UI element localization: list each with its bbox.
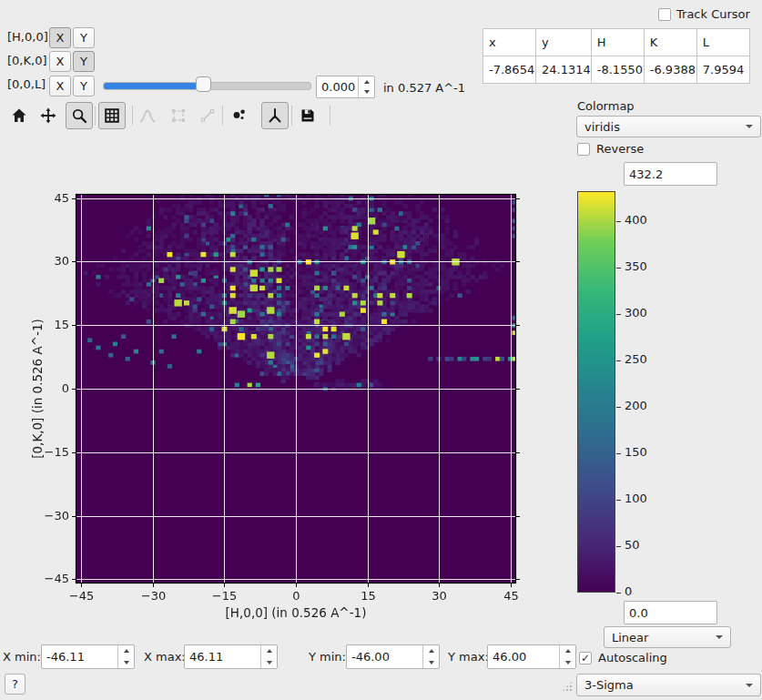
colormap-min-value: 0.0: [629, 606, 648, 620]
sigma-mode-selected: 3-Sigma: [584, 678, 634, 692]
00l-y-button[interactable]: Y: [73, 76, 95, 96]
toolbar-separator: [291, 106, 292, 126]
crystal-axes-button[interactable]: [261, 102, 289, 129]
reverse-label: Reverse: [596, 142, 644, 156]
l-value-steppers[interactable]: [358, 76, 374, 97]
cursor-k-value: -6.9388: [644, 56, 696, 84]
col-header-h: H: [591, 29, 644, 56]
zoom-button[interactable]: [66, 102, 93, 129]
y-min-value: -46.00: [351, 650, 390, 664]
cursor-l-value: 7.9594: [696, 56, 749, 84]
colorbar: [577, 191, 615, 593]
colorbar-tick-mark: [616, 407, 621, 408]
l-value: 0.000: [321, 80, 355, 94]
y-max-value: 46.00: [493, 650, 526, 664]
pan-button[interactable]: [35, 102, 62, 129]
colorbar-tick-mark: [616, 500, 621, 501]
x-min-spinbox[interactable]: -46.11: [41, 644, 135, 669]
0k0-x-button[interactable]: X: [49, 51, 71, 72]
y-max-spinbox[interactable]: 46.00: [487, 644, 576, 669]
check-icon: ✓: [581, 653, 590, 664]
home-button[interactable]: [5, 102, 33, 129]
col-header-l: L: [696, 29, 749, 56]
save-button[interactable]: [294, 102, 321, 129]
colorbar-tick-label: 0: [625, 584, 632, 598]
h00-x-button[interactable]: X: [49, 27, 71, 48]
h00-y-button[interactable]: Y: [73, 27, 95, 48]
colorbar-tick-mark: [616, 593, 621, 593]
colorbar-tick-mark: [616, 221, 621, 222]
colorbar-tick-label: 350: [625, 259, 647, 273]
x-max-value: 46.11: [189, 650, 223, 664]
roi-mask-icon: [169, 107, 188, 125]
00l-x-button[interactable]: X: [49, 76, 71, 96]
size-grip[interactable]: [562, 681, 573, 692]
colorbar-tick-label: 50: [625, 538, 640, 552]
l-slider-handle[interactable]: [196, 76, 211, 92]
cursor-h-value: -8.1550: [591, 56, 644, 84]
x-min-steppers[interactable]: [117, 645, 134, 668]
reverse-checkbox[interactable]: [577, 143, 590, 156]
peak-fit-button: [134, 102, 161, 129]
col-header-x: x: [483, 29, 536, 56]
y-min-label: Y min:: [309, 650, 346, 664]
col-header-k: K: [644, 29, 696, 56]
colorbar-tick-mark: [616, 546, 621, 547]
y-max-steppers[interactable]: [559, 645, 575, 668]
l-unit-label: in 0.527 A^-1: [383, 81, 465, 95]
home-icon: [10, 107, 28, 125]
colormap-selected: viridis: [584, 120, 620, 134]
x-max-steppers[interactable]: [260, 645, 277, 668]
toolbar-separator: [95, 106, 96, 126]
h00-label: [H,0,0]: [7, 30, 48, 44]
colorbar-tick-label: 200: [625, 399, 647, 412]
cursor-y-value: 24.1314: [536, 56, 592, 84]
track-cursor-checkbox[interactable]: [658, 8, 671, 21]
toolbar-separator: [330, 106, 330, 126]
y-max-label: Y max:: [448, 650, 489, 664]
colorbar-tick-label: 300: [625, 306, 647, 320]
y-min-spinbox[interactable]: -46.00: [346, 644, 440, 669]
line-profile-icon: [198, 107, 217, 125]
00l-label: [0,0,L]: [7, 77, 46, 91]
colorbar-tick-mark: [616, 453, 621, 454]
autoscaling-label: Autoscaling: [598, 651, 667, 664]
points-button[interactable]: [226, 102, 253, 129]
autoscaling-checkbox[interactable]: ✓: [579, 652, 592, 664]
colormap-min-input[interactable]: 0.0: [624, 601, 717, 624]
x-max-label: X max:: [144, 650, 186, 664]
y-min-steppers[interactable]: [422, 645, 439, 668]
chevron-down-icon: [746, 125, 753, 128]
x-min-value: -46.11: [46, 650, 85, 664]
peak-fit-icon: [138, 107, 157, 125]
save-icon: [299, 107, 317, 125]
colormap-combobox[interactable]: viridis: [576, 116, 761, 137]
colormap-max-value: 432.2: [629, 167, 663, 181]
crystal-axes-icon: [266, 107, 284, 125]
roi-mask-button: [165, 102, 192, 129]
scale-selected: Linear: [612, 631, 648, 644]
zoom-icon: [70, 107, 88, 125]
0k0-label: [0,K,0]: [7, 54, 46, 67]
main-window: [H,0,0] X Y [0,K,0] X Y [0,0,L] X Y 0.00…: [0, 0, 762, 700]
track-cursor-label: Track Cursor: [676, 7, 750, 21]
scale-combobox[interactable]: Linear: [604, 626, 731, 648]
x-max-spinbox[interactable]: 46.11: [184, 644, 278, 669]
colormap-max-input[interactable]: 432.2: [624, 162, 717, 186]
colorbar-tick-label: 100: [625, 492, 647, 505]
colormap-label: Colormap: [577, 99, 635, 113]
grid-button[interactable]: [98, 102, 126, 129]
line-profile-button: [194, 102, 221, 129]
plot-canvas[interactable]: [27, 173, 537, 628]
colorbar-tick-label: 150: [625, 445, 647, 459]
help-button[interactable]: ?: [5, 674, 25, 695]
toolbar-separator: [222, 106, 223, 126]
toolbar-separator: [132, 106, 133, 126]
chevron-down-icon: [746, 684, 753, 687]
chevron-down-icon: [716, 635, 723, 639]
grid-icon: [103, 107, 121, 125]
l-value-spinbox[interactable]: 0.000: [316, 76, 375, 98]
sigma-mode-combobox[interactable]: 3-Sigma: [576, 674, 761, 696]
0k0-y-button[interactable]: Y: [73, 51, 95, 72]
colorbar-tick-label: 250: [625, 352, 647, 366]
